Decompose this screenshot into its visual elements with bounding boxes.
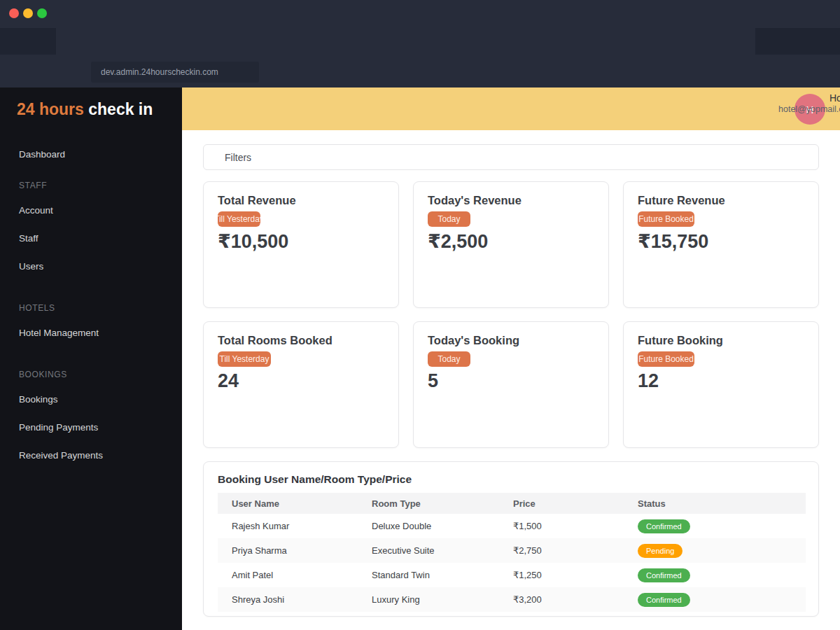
column-header-room-type: Room Type: [358, 493, 499, 514]
status-badge: Pending: [638, 544, 682, 558]
stat-cards-grid: Total Revenue Till Yesterday ₹10,500 Tod…: [203, 181, 819, 448]
stat-card-value: ₹10,500: [218, 230, 384, 253]
address-bar[interactable]: dev.admin.24hourscheckin.com: [91, 62, 259, 83]
app-logo: 24 hours check in: [17, 100, 153, 119]
booking-table-card: Booking User Name/Room Type/Price User N…: [203, 461, 819, 617]
stat-card-value: ₹2,500: [428, 230, 594, 253]
stat-card-todays-booking: Today's Booking Today 5: [413, 321, 609, 448]
table-row: Shreya Joshi Luxury King ₹3,200 Confirme…: [218, 587, 806, 612]
browser-tab-right[interactable]: [755, 28, 840, 55]
stat-card-badge: Today: [428, 351, 470, 367]
logo-highlight: 24 hours: [17, 100, 84, 118]
stat-card-value: 24: [218, 370, 384, 392]
stat-card-badge: Till Yesterday: [218, 351, 271, 367]
cell-user-name: Shreya Joshi: [218, 587, 358, 612]
stat-card-value: ₹15,750: [638, 230, 804, 253]
table-row: Priya Sharma Executive Suite ₹2,750 Pend…: [218, 538, 806, 563]
sidebar-item-dashboard[interactable]: Dashboard: [19, 149, 65, 160]
logo-rest: check in: [88, 100, 153, 118]
cell-user-name: Rajesh Kumar: [218, 514, 358, 538]
main-content: Filters Total Revenue Till Yesterday ₹10…: [182, 130, 840, 630]
stat-card-future-booking: Future Booking Future Booked 12: [623, 321, 819, 448]
cell-room-type: Deluxe Double: [358, 514, 499, 538]
booking-table-title: Booking User Name/Room Type/Price: [218, 472, 804, 487]
cell-price: ₹3,200: [499, 587, 624, 612]
user-name: Ho: [830, 92, 840, 104]
close-window-icon[interactable]: [9, 8, 19, 18]
stat-card-title: Future Booking: [638, 332, 804, 349]
stat-card-badge: Till Yesterday: [218, 211, 260, 227]
minimize-window-icon[interactable]: [23, 8, 33, 18]
sidebar-section-hotels: HOTELS: [19, 303, 55, 313]
table-header-row: User Name Room Type Price Status: [218, 493, 806, 514]
maximize-window-icon[interactable]: [37, 8, 47, 18]
sidebar-item-hotel-management[interactable]: Hotel Management: [19, 328, 99, 338]
stat-card-badge: Today: [428, 211, 470, 227]
status-badge: Confirmed: [638, 593, 690, 607]
stat-card-value: 12: [638, 370, 804, 392]
cell-user-name: Priya Sharma: [218, 538, 358, 563]
stat-card-value: 5: [428, 370, 594, 392]
column-header-user-name: User Name: [218, 493, 358, 514]
booking-table: User Name Room Type Price Status Rajesh …: [218, 493, 806, 612]
sidebar-section-bookings: BOOKINGS: [19, 370, 67, 379]
stat-card-title: Future Revenue: [638, 192, 804, 209]
sidebar: 24 hours check in Dashboard STAFF Accoun…: [0, 88, 182, 630]
sidebar-item-received-payments[interactable]: Received Payments: [19, 450, 103, 461]
stat-card-badge: Future Booked: [638, 211, 694, 227]
cell-room-type: Standard Twin: [358, 563, 499, 587]
status-badge: Confirmed: [638, 519, 690, 533]
cell-status: Confirmed: [624, 514, 806, 538]
cell-room-type: Luxury King: [358, 587, 499, 612]
filters-bar[interactable]: Filters: [203, 144, 819, 170]
cell-room-type: Executive Suite: [358, 538, 499, 563]
sidebar-item-users[interactable]: Users: [19, 261, 43, 272]
stat-card-todays-revenue: Today's Revenue Today ₹2,500: [413, 181, 609, 308]
stat-card-title: Total Rooms Booked: [218, 332, 384, 349]
cell-price: ₹1,500: [499, 514, 624, 538]
browser-chrome: dev.admin.24hourscheckin.com: [0, 0, 840, 88]
user-email: hotel@yopmail.c: [778, 104, 840, 114]
stat-card-badge: Future Booked: [638, 351, 694, 367]
filters-label: Filters: [225, 152, 251, 163]
stat-card-title: Today's Booking: [428, 332, 594, 349]
cell-status: Pending: [624, 538, 806, 563]
column-header-price: Price: [499, 493, 624, 514]
window-controls: [9, 8, 47, 18]
cell-price: ₹1,250: [499, 563, 624, 587]
status-badge: Confirmed: [638, 568, 690, 582]
cell-status: Confirmed: [624, 587, 806, 612]
browser-tab-left[interactable]: [0, 28, 56, 55]
stat-card-title: Total Revenue: [218, 192, 384, 209]
cell-status: Confirmed: [624, 563, 806, 587]
address-bar-url: dev.admin.24hourscheckin.com: [101, 67, 218, 77]
cell-price: ₹2,750: [499, 538, 624, 563]
sidebar-section-staff: STAFF: [19, 181, 47, 190]
column-header-status: Status: [624, 493, 806, 514]
sidebar-item-bookings[interactable]: Bookings: [19, 394, 58, 405]
sidebar-item-pending-payments[interactable]: Pending Payments: [19, 422, 98, 433]
stat-card-total-revenue: Total Revenue Till Yesterday ₹10,500: [203, 181, 399, 308]
cell-user-name: Amit Patel: [218, 563, 358, 587]
stat-card-title: Today's Revenue: [428, 192, 594, 209]
stat-card-total-rooms-booked: Total Rooms Booked Till Yesterday 24: [203, 321, 399, 448]
stat-card-future-revenue: Future Revenue Future Booked ₹15,750: [623, 181, 819, 308]
sidebar-item-staff[interactable]: Staff: [19, 233, 38, 244]
table-row: Rajesh Kumar Deluxe Double ₹1,500 Confir…: [218, 514, 806, 538]
sidebar-item-account[interactable]: Account: [19, 205, 53, 216]
table-row: Amit Patel Standard Twin ₹1,250 Confirme…: [218, 563, 806, 587]
top-header-bar: H Ho hotel@yopmail.c: [182, 88, 840, 130]
